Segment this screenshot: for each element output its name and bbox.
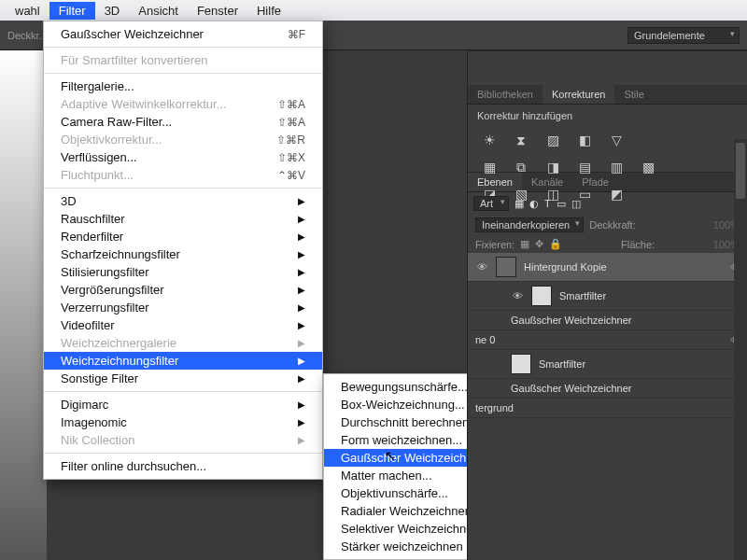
curves-icon[interactable]: ▨ xyxy=(544,133,561,148)
panel-scrollbar[interactable] xyxy=(734,139,747,560)
mi-digimarc[interactable]: Digimarc▶ xyxy=(44,396,322,413)
mi-vergroesserung[interactable]: Vergrößerungsfilter▶ xyxy=(44,281,322,299)
layer-smartfilter-2[interactable]: Smartfilter xyxy=(468,350,747,379)
mi-weichzeichnergalerie: Weichzeichnergalerie▶ xyxy=(44,334,322,352)
mi-filter-online[interactable]: Filter online durchsuchen... xyxy=(44,457,322,475)
levels-icon[interactable]: ⧗ xyxy=(513,133,529,148)
filter-mask-thumb xyxy=(511,354,531,374)
menubar: wahl Filter 3D Ansicht Fenster Hilfe xyxy=(0,0,747,21)
layer-kind-select[interactable]: Art xyxy=(473,196,509,211)
adjustments-icons-row1: ☀ ⧗ ▨ ◧ ▽ xyxy=(468,127,747,154)
eye-icon[interactable]: 👁 xyxy=(475,261,488,273)
gradientmap-icon[interactable]: ▭ xyxy=(576,187,593,202)
eye-icon[interactable]: 👁 xyxy=(511,290,524,301)
threshold-icon[interactable]: ◫ xyxy=(544,187,561,202)
mi-renderfilter[interactable]: Renderfilter▶ xyxy=(44,228,322,245)
menu-fenster[interactable]: Fenster xyxy=(188,2,247,20)
layer-smartfilter-1[interactable]: 👁 Smartfilter xyxy=(468,282,747,311)
mi-rauschfilter[interactable]: Rauschfilter▶ xyxy=(44,210,322,228)
channelmix-icon[interactable]: ▥ xyxy=(608,160,625,175)
mi-camera-raw[interactable]: Camera Raw-Filter...⇧⌘A xyxy=(44,113,322,131)
selectivecolor-icon[interactable]: ◩ xyxy=(608,187,625,202)
menu-hilfe[interactable]: Hilfe xyxy=(247,2,290,20)
mi-videofilter[interactable]: Videofilter▶ xyxy=(44,316,322,334)
menu-filter[interactable]: Filter xyxy=(49,2,95,20)
lock-all-icon[interactable]: 🔒 xyxy=(549,238,562,250)
layers-panel: Ebenen Kanäle Pfade Art ▦ ◐ T ▭ ◫ Ineina… xyxy=(468,172,747,418)
colorlookup-icon[interactable]: ▩ xyxy=(640,160,656,175)
mi-objektivkorrektur: Objektivkorrektur...⇧⌘R xyxy=(44,131,322,148)
blend-mode-select[interactable]: Ineinanderkopieren xyxy=(475,217,584,232)
brightness-icon[interactable]: ☀ xyxy=(481,133,498,148)
fill-label: Fläche: xyxy=(621,239,655,250)
tab-korrekturen[interactable]: Korrekturen xyxy=(543,85,614,104)
canvas-area[interactable] xyxy=(0,50,47,560)
adjustments-icons-row3: ◪ ▧ ◫ ▭ ◩ xyxy=(468,181,747,207)
tab-stile[interactable]: Stile xyxy=(614,85,653,104)
mi-verfluessigen[interactable]: Verflüssigen...⇧⌘X xyxy=(44,148,322,166)
adjustments-icons-row2: ▦ ⧉ ◨ ▤ ▥ ▩ xyxy=(468,154,747,181)
mi-nik: Nik Collection▶ xyxy=(44,431,322,449)
mi-imagenomic[interactable]: Imagenomic▶ xyxy=(44,413,322,431)
bw-icon[interactable]: ◨ xyxy=(544,160,561,175)
mi-filtergalerie[interactable]: Filtergalerie... xyxy=(44,77,322,95)
mi-weichzeichnungsfilter[interactable]: Weichzeichnungsfilter▶ xyxy=(44,352,322,370)
mi-stilisierung[interactable]: Stilisierungsfilter▶ xyxy=(44,263,322,281)
mi-adaptive-weitwinkel: Adaptive Weitwinkelkorrektur...⇧⌘A xyxy=(44,95,322,113)
layer-ebene-0[interactable]: ne 0 👁 xyxy=(468,330,747,350)
layer-gauss-1[interactable]: Gaußscher Weichzeichner ≡ xyxy=(468,311,747,330)
mi-scharfzeichnung[interactable]: Scharfzeichnungsfilter▶ xyxy=(44,245,322,263)
filter-mask-thumb xyxy=(531,286,552,306)
adjustments-hint: Korrektur hinzufügen xyxy=(468,105,747,127)
exposure-icon[interactable]: ◧ xyxy=(576,133,593,148)
mi-smartfilter-convert: Für Smartfilter konvertieren xyxy=(44,51,322,69)
opacity-short-label: Deckkr.: xyxy=(7,30,45,41)
photofilter-icon[interactable]: ▤ xyxy=(576,160,593,175)
menu-ansicht[interactable]: Ansicht xyxy=(129,2,188,20)
right-panels: Bibliotheken Korrekturen Stile Korrektur… xyxy=(467,50,747,560)
menu-wahl[interactable]: wahl xyxy=(6,2,49,20)
layer-list: 👁 Hintergrund Kopie 👁 👁 Smartfilter Gauß… xyxy=(468,253,747,418)
vibrance-icon[interactable]: ▽ xyxy=(608,133,625,148)
lock-position-icon[interactable]: ✥ xyxy=(535,238,543,250)
mi-verzerrung[interactable]: Verzerrungsfilter▶ xyxy=(44,299,322,316)
opacity-label: Deckkraft: xyxy=(589,219,636,231)
layer-thumb xyxy=(496,257,516,277)
layer-gauss-2[interactable]: Gaußscher Weichzeichner ≡ xyxy=(468,379,747,399)
colorbalance-icon[interactable]: ⧉ xyxy=(513,160,529,175)
adjustments-panel: Bibliotheken Korrekturen Stile Korrektur… xyxy=(468,50,747,172)
mi-fluchtpunkt: Fluchtpunkt...⌃⌘V xyxy=(44,166,322,184)
tab-bibliotheken[interactable]: Bibliotheken xyxy=(468,85,543,104)
mi-sonstige[interactable]: Sonstige Filter▶ xyxy=(44,370,322,387)
layer-hintergrund-kopie[interactable]: 👁 Hintergrund Kopie 👁 xyxy=(468,253,747,282)
lock-pixels-icon[interactable]: ▦ xyxy=(520,238,529,250)
menu-3d[interactable]: 3D xyxy=(95,2,130,20)
workspace-select[interactable]: Grundelemente xyxy=(627,27,740,44)
filter-menu: Gaußscher Weichzeichner⌘F Für Smartfilte… xyxy=(43,21,323,480)
mi-last-filter[interactable]: Gaußscher Weichzeichner⌘F xyxy=(44,25,322,43)
hue-icon[interactable]: ▦ xyxy=(481,160,498,175)
lock-label: Fixieren: xyxy=(475,239,514,250)
mi-3d[interactable]: 3D▶ xyxy=(44,192,322,210)
layer-hintergrund[interactable]: tergrund xyxy=(468,399,747,418)
posterize-icon[interactable]: ▧ xyxy=(513,187,529,202)
